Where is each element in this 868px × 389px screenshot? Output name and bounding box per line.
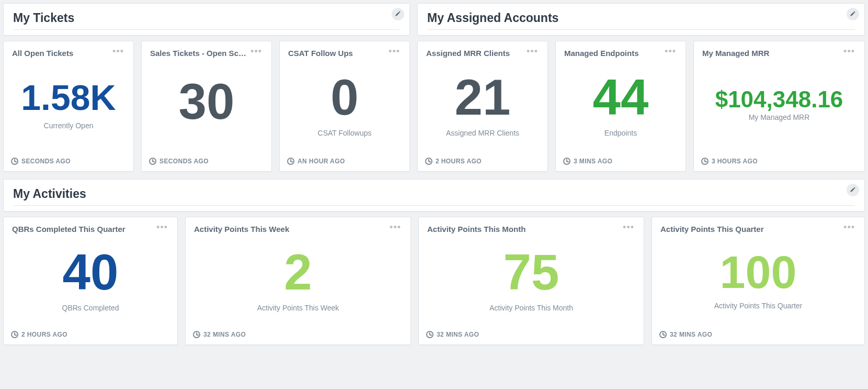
clock-icon — [425, 158, 432, 165]
section-title-activities: My Activities — [13, 187, 855, 201]
more-menu[interactable]: ••• — [526, 49, 539, 54]
divider — [13, 205, 855, 206]
more-menu[interactable]: ••• — [622, 225, 635, 230]
pencil-icon — [395, 9, 401, 19]
clock-icon — [287, 158, 294, 165]
metric-value: 0 — [330, 72, 358, 123]
divider — [13, 29, 400, 30]
timestamp: SECONDS AGO — [21, 158, 71, 165]
card-all-open-tickets[interactable]: All Open Tickets ••• 1.58K Currently Ope… — [3, 41, 134, 172]
more-menu[interactable]: ••• — [111, 49, 125, 54]
divider — [427, 29, 855, 30]
metric-value: $104,348.16 — [715, 88, 843, 111]
edit-section-activities[interactable] — [847, 184, 859, 196]
metric-value: 44 — [593, 72, 649, 123]
card-sales-tickets[interactable]: Sales Tickets - Open Sch... ••• 30 SECON… — [141, 41, 272, 172]
card-csat-followups[interactable]: CSAT Follow Ups ••• 0 CSAT Followups AN … — [279, 41, 410, 172]
metric-value: 40 — [63, 247, 119, 297]
timestamp: AN HOUR AGO — [298, 158, 345, 165]
metric-sublabel: Assigned MRR Clients — [446, 129, 519, 137]
clock-icon — [563, 158, 570, 165]
card-title: Activity Points This Quarter — [660, 225, 764, 234]
card-qbrs-completed[interactable]: QBRs Completed This Quarter ••• 40 QBRs … — [3, 217, 178, 345]
timestamp: 2 HOURS AGO — [21, 331, 67, 338]
timestamp: 32 MINS AGO — [203, 331, 246, 338]
more-menu[interactable]: ••• — [155, 225, 169, 230]
metric-sublabel: Activity Points This Week — [257, 304, 339, 312]
metric-sublabel: My Managed MRR — [749, 113, 810, 121]
card-activity-points-month[interactable]: Activity Points This Month ••• 75 Activi… — [418, 217, 644, 345]
more-menu[interactable]: ••• — [842, 49, 856, 54]
card-activity-points-week[interactable]: Activity Points This Week ••• 2 Activity… — [185, 217, 411, 345]
card-title: QBRs Completed This Quarter — [12, 225, 125, 234]
timestamp: 2 HOURS AGO — [436, 158, 482, 165]
clock-icon — [11, 331, 18, 338]
metric-value: 30 — [179, 76, 235, 127]
section-my-activities: My Activities — [3, 179, 865, 212]
pencil-icon — [850, 9, 856, 19]
timestamp: 3 MINS AGO — [574, 158, 612, 165]
metric-value: 100 — [720, 249, 797, 295]
metric-sublabel: Activity Points This Month — [489, 304, 573, 312]
section-title-tickets: My Tickets — [13, 11, 400, 25]
card-managed-endpoints[interactable]: Managed Endpoints ••• 44 Endpoints 3 MIN… — [555, 41, 686, 172]
metric-sublabel: CSAT Followups — [318, 129, 372, 137]
clock-icon — [426, 331, 433, 338]
metric-sublabel: Currently Open — [44, 121, 94, 130]
more-menu[interactable]: ••• — [387, 49, 401, 54]
card-title: Sales Tickets - Open Sch... — [150, 49, 249, 58]
clock-icon — [659, 331, 667, 338]
clock-icon — [193, 331, 200, 338]
card-my-managed-mrr[interactable]: My Managed MRR ••• $104,348.16 My Manage… — [693, 41, 865, 172]
clock-icon — [11, 158, 18, 165]
card-title: Assigned MRR Clients — [426, 49, 510, 58]
more-menu[interactable]: ••• — [389, 225, 402, 230]
timestamp: 3 HOURS AGO — [712, 158, 758, 165]
card-assigned-mrr-clients[interactable]: Assigned MRR Clients ••• 21 Assigned MRR… — [417, 41, 548, 172]
more-menu[interactable]: ••• — [249, 49, 263, 54]
card-title: My Managed MRR — [702, 49, 769, 58]
more-menu[interactable]: ••• — [664, 49, 677, 54]
clock-icon — [701, 158, 709, 165]
card-title: Activity Points This Month — [427, 225, 526, 234]
section-my-assigned-accounts: My Assigned Accounts — [417, 3, 865, 36]
clock-icon — [149, 158, 156, 165]
card-title: Activity Points This Week — [194, 225, 289, 234]
more-menu[interactable]: ••• — [842, 225, 856, 230]
timestamp: 32 MINS AGO — [437, 331, 479, 338]
timestamp: 32 MINS AGO — [670, 331, 712, 338]
card-title: Managed Endpoints — [564, 49, 639, 58]
card-activity-points-quarter[interactable]: Activity Points This Quarter ••• 100 Act… — [652, 217, 865, 345]
pencil-icon — [850, 185, 856, 195]
metric-value: 2 — [284, 247, 312, 297]
edit-section-tickets[interactable] — [392, 8, 404, 20]
timestamp: SECONDS AGO — [159, 158, 209, 165]
metric-sublabel: QBRs Completed — [62, 304, 119, 312]
section-my-tickets: My Tickets — [3, 3, 410, 36]
card-title: CSAT Follow Ups — [288, 49, 353, 58]
metric-sublabel: Endpoints — [604, 129, 637, 137]
metric-value: 1.58K — [21, 80, 116, 115]
card-title: All Open Tickets — [12, 49, 73, 58]
section-title-accounts: My Assigned Accounts — [427, 11, 855, 25]
metric-value: 21 — [455, 72, 511, 123]
metric-value: 75 — [504, 247, 559, 297]
metric-sublabel: Activity Points This Quarter — [714, 302, 803, 310]
edit-section-accounts[interactable] — [847, 8, 859, 20]
